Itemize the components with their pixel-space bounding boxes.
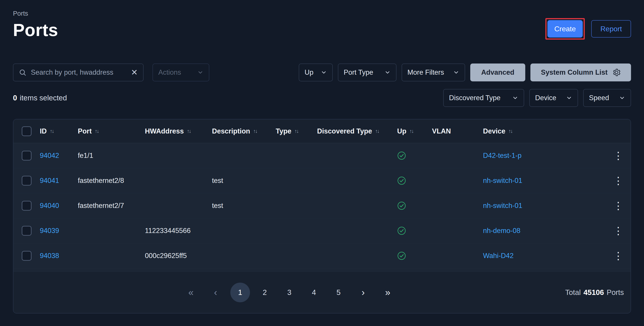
sort-icon[interactable]: ↑↓ [508, 128, 512, 134]
table-row: 94042 fe1/1 D42-test-1-p ⋮ [14, 143, 630, 168]
column-header-device[interactable]: Device ↑↓ [483, 127, 606, 135]
device-link[interactable]: nh-switch-01 [483, 177, 606, 185]
create-button[interactable]: Create [548, 20, 583, 38]
column-header-up-label: Up [397, 127, 406, 135]
port-cell: fe1/1 [78, 152, 145, 160]
page-button-1[interactable]: 1 [230, 282, 250, 302]
actions-dropdown[interactable]: Actions [152, 64, 209, 82]
chevron-down-icon [619, 95, 625, 101]
pagination-controls: « ‹ 1 2 3 4 5 › » [181, 282, 398, 302]
page-button-5[interactable]: 5 [329, 282, 348, 302]
search-input[interactable] [30, 68, 127, 77]
first-page-button[interactable]: « [181, 282, 201, 302]
selection-filter-row: 0 items selected Discovered Type Device … [0, 89, 644, 107]
page-button-3[interactable]: 3 [280, 282, 299, 302]
sort-icon[interactable]: ↑↓ [187, 128, 191, 134]
row-checkbox[interactable] [22, 251, 32, 261]
table-cutoff-row [14, 268, 630, 272]
port-cell: fastethernet2/7 [78, 202, 145, 210]
system-column-list-button[interactable]: System Column List [530, 64, 631, 82]
row-checkbox[interactable] [22, 151, 32, 160]
device-filter-dropdown[interactable]: Device [529, 89, 578, 107]
sort-icon[interactable]: ↑↓ [253, 128, 257, 134]
chevron-down-icon [197, 69, 204, 76]
up-status-check-icon [397, 226, 432, 235]
port-id-link[interactable]: 94042 [40, 152, 78, 160]
next-page-button[interactable]: › [353, 282, 373, 302]
more-filters-label: More Filters [408, 68, 444, 76]
column-header-hwaddress-label: HWAddress [145, 127, 184, 135]
table-row: 94038 000c29625ff5 Wahi-D42 ⋮ [14, 243, 630, 268]
device-link[interactable]: D42-test-1-p [483, 152, 606, 160]
search-box: ✕ [13, 64, 144, 82]
table-row: 94041 fastethernet2/8 test nh-switch-01 … [14, 168, 630, 193]
column-header-id[interactable]: ID ↑↓ [40, 127, 78, 135]
row-menu-kebab-icon[interactable]: ⋮ [606, 251, 630, 261]
page-button-4[interactable]: 4 [304, 282, 324, 302]
previous-page-button[interactable]: ‹ [206, 282, 226, 302]
selection-count: 0 items selected [13, 94, 67, 102]
clear-search-icon[interactable]: ✕ [131, 68, 138, 76]
report-button[interactable]: Report [591, 20, 631, 38]
up-filter-dropdown[interactable]: Up [299, 64, 333, 82]
row-menu-kebab-icon[interactable]: ⋮ [606, 226, 630, 236]
column-header-discovered-type-label: Discovered Type [317, 127, 372, 135]
column-header-vlan: VLAN [432, 127, 483, 135]
column-header-discovered-type[interactable]: Discovered Type ↑↓ [317, 127, 397, 135]
port-cell: fastethernet2/8 [78, 177, 145, 185]
select-all-checkbox[interactable] [22, 126, 32, 136]
column-header-device-label: Device [483, 127, 505, 135]
column-header-up[interactable]: Up ↑↓ [397, 127, 432, 135]
table-row: 94039 112233445566 nh-demo-08 ⋮ [14, 218, 630, 243]
create-button-wrap: Create [548, 20, 583, 38]
title-block: Ports Ports [13, 10, 58, 40]
column-header-type[interactable]: Type ↑↓ [276, 127, 317, 135]
secondary-filters: Discovered Type Device Speed [443, 89, 631, 107]
up-status-check-icon [397, 201, 432, 210]
actions-dropdown-label: Actions [158, 68, 181, 76]
row-menu-kebab-icon[interactable]: ⋮ [606, 176, 630, 186]
column-header-port[interactable]: Port ↑↓ [78, 127, 145, 135]
total-suffix: Ports [607, 288, 624, 297]
page-button-2[interactable]: 2 [255, 282, 274, 302]
row-menu-kebab-icon[interactable]: ⋮ [606, 150, 630, 161]
sort-icon[interactable]: ↑↓ [410, 128, 413, 134]
up-status-check-icon [397, 251, 432, 260]
column-header-description[interactable]: Description ↑↓ [212, 127, 276, 135]
port-type-filter-dropdown[interactable]: Port Type [338, 64, 396, 82]
row-checkbox[interactable] [22, 201, 32, 211]
breadcrumb[interactable]: Ports [13, 10, 58, 17]
column-header-vlan-label: VLAN [432, 127, 451, 135]
total-value: 45106 [584, 288, 604, 297]
column-header-hwaddress[interactable]: HWAddress ↑↓ [145, 127, 212, 135]
more-filters-dropdown[interactable]: More Filters [402, 64, 465, 82]
sort-icon[interactable]: ↑↓ [95, 128, 98, 134]
advanced-button[interactable]: Advanced [470, 64, 525, 82]
table-row: 94040 fastethernet2/7 test nh-switch-01 … [14, 193, 630, 218]
last-page-button[interactable]: » [378, 282, 398, 302]
discovered-type-filter-label: Discovered Type [449, 94, 500, 102]
row-checkbox[interactable] [22, 176, 32, 186]
discovered-type-filter-dropdown[interactable]: Discovered Type [443, 89, 524, 107]
device-link[interactable]: nh-switch-01 [483, 202, 606, 210]
port-id-link[interactable]: 94038 [40, 252, 78, 260]
port-id-link[interactable]: 94039 [40, 227, 78, 235]
sort-icon[interactable]: ↑↓ [294, 128, 298, 134]
sort-icon[interactable]: ↑↓ [375, 128, 379, 134]
speed-filter-dropdown[interactable]: Speed [583, 89, 631, 107]
device-filter-label: Device [535, 94, 556, 102]
hwaddress-cell: 112233445566 [145, 227, 212, 235]
row-checkbox[interactable] [22, 226, 32, 236]
page-header: Ports Ports Create Report [0, 0, 644, 40]
device-link[interactable]: nh-demo-08 [483, 227, 606, 235]
device-link[interactable]: Wahi-D42 [483, 252, 606, 260]
header-actions: Create Report [548, 20, 631, 38]
port-id-link[interactable]: 94040 [40, 202, 78, 210]
toolbar-right: Up Port Type More Filters Advanced Syste… [299, 64, 631, 82]
page-title: Ports [13, 20, 58, 40]
sort-icon[interactable]: ↑↓ [50, 128, 54, 134]
up-status-check-icon [397, 176, 432, 185]
port-id-link[interactable]: 94041 [40, 177, 78, 185]
speed-filter-label: Speed [589, 94, 609, 102]
row-menu-kebab-icon[interactable]: ⋮ [606, 200, 630, 211]
